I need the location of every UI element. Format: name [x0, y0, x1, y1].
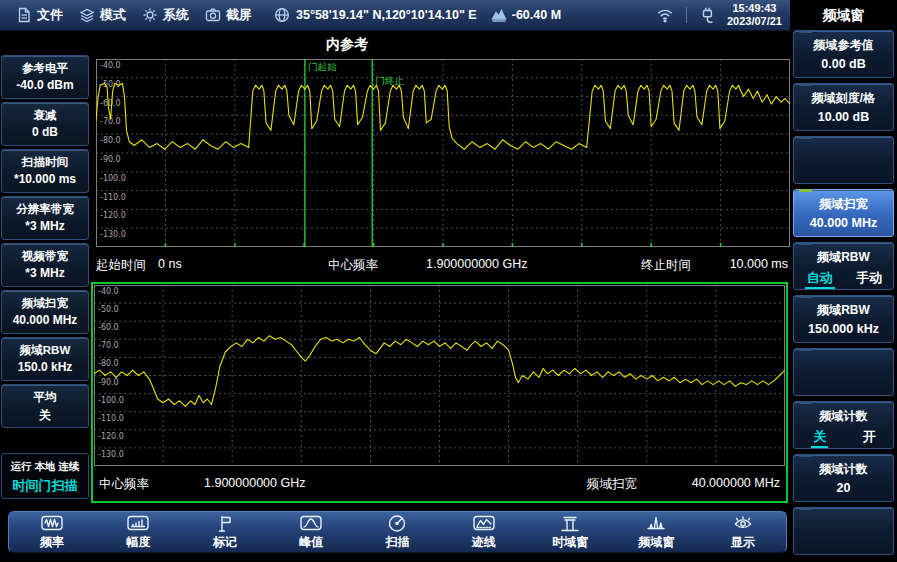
button-notch	[799, 83, 812, 86]
btn-freq-scale-per-div[interactable]: 频域刻度/格 10.00 dB	[793, 83, 894, 131]
gps-coordinates: 35°58'19.14" N,120°10'14.10" E	[296, 8, 477, 22]
wifi-icon	[656, 6, 674, 24]
button-notch	[799, 507, 812, 510]
button-notch	[799, 242, 812, 245]
trace-icon	[473, 514, 495, 533]
param-attenuation[interactable]: 衰减 0 dB	[1, 102, 89, 146]
menu-screenshot-label: 截屏	[226, 6, 252, 24]
toolbar-display[interactable]: 显示	[700, 514, 786, 551]
svg-text:-110.0: -110.0	[100, 193, 126, 202]
btn-empty-slot[interactable]	[793, 348, 894, 396]
frequency-domain-window[interactable]: -40.0-50.0-60.0-70.0-80.0-90.0-100.0-110…	[91, 282, 788, 503]
svg-text:-60.0: -60.0	[100, 99, 121, 108]
svg-text:-40.0: -40.0	[98, 287, 119, 296]
frequency-icon	[41, 514, 63, 533]
param-sweep-time[interactable]: 扫描时间 *10.000 ms	[1, 149, 89, 193]
toggle-on[interactable]: 开	[863, 428, 876, 448]
gps-status: 35°58'19.14" N,120°10'14.10" E	[274, 7, 477, 23]
btn-freq-ref-value[interactable]: 频域参考值 0.00 dB	[793, 30, 894, 78]
toolbar-amplitude[interactable]: 幅度	[95, 514, 181, 551]
param-ref-level[interactable]: 参考电平 -40.0 dBm	[1, 55, 89, 99]
button-notch	[799, 189, 812, 192]
toolbar-frequency[interactable]: 频率	[9, 514, 95, 551]
svg-text:-100.0: -100.0	[98, 396, 124, 405]
svg-text:-60.0: -60.0	[98, 323, 119, 332]
time-domain-chart[interactable]: -40.0-50.0-60.0-70.0-80.0-90.0-100.0-110…	[96, 59, 790, 247]
reference-title: 内参考	[300, 36, 394, 54]
run-status-line: 运行 本地 连续	[2, 460, 88, 474]
param-freq-span[interactable]: 频域扫宽 40.000 MHz	[1, 290, 89, 334]
svg-text:-120.0: -120.0	[98, 432, 124, 441]
button-notch	[799, 401, 812, 404]
menu-mode[interactable]: 模式	[79, 6, 126, 24]
svg-text:-100.0: -100.0	[100, 174, 126, 183]
btn-freq-rbw-auto-manual[interactable]: 频域RBW 自动 手动	[793, 242, 894, 290]
spectrum-analyzer-screen: 文件 模式 系统 截屏 35°58'19.14" N,120°10'	[0, 0, 897, 562]
toggle-auto[interactable]: 自动	[805, 269, 835, 289]
frequency-window-icon	[645, 514, 667, 533]
layers-icon	[79, 7, 95, 23]
svg-text:-90.0: -90.0	[98, 378, 119, 387]
time-gate-icon	[559, 514, 581, 533]
menu-system-label: 系统	[163, 6, 189, 24]
toolbar-peak[interactable]: 峰值	[268, 514, 354, 551]
svg-text:-130.0: -130.0	[98, 450, 124, 459]
time-axis-info-row: 起始时间 0 ns 中心频率 1.900000000 GHz 终止时间 10.0…	[96, 251, 790, 277]
svg-text:-110.0: -110.0	[98, 414, 124, 423]
btn-freq-count-value[interactable]: 频域计数 20	[793, 454, 894, 502]
clock-time: 15:49:43	[727, 2, 782, 15]
svg-text:-90.0: -90.0	[100, 155, 121, 164]
btn-empty-slot[interactable]	[793, 507, 894, 555]
menu-screenshot[interactable]: 截屏	[205, 6, 252, 24]
center-freq-value: 1.900000000 GHz	[204, 476, 305, 493]
toggle-off[interactable]: 关	[811, 428, 828, 448]
toolbar-frequency-window[interactable]: 频域窗	[613, 514, 699, 551]
param-freq-rbw[interactable]: 频域RBW 150.0 kHz	[1, 337, 89, 381]
sweep-gauge-icon	[386, 514, 408, 533]
btn-empty-slot[interactable]	[793, 136, 894, 184]
button-notch	[799, 454, 812, 457]
param-video-bw[interactable]: 视频带宽 *3 MHz	[1, 243, 89, 287]
power-plug-icon	[699, 6, 717, 24]
button-notch	[799, 30, 812, 33]
svg-text:门终止: 门终止	[375, 75, 404, 86]
menu-file[interactable]: 文件	[16, 6, 63, 24]
btn-freq-rbw-value[interactable]: 频域RBW 150.000 kHz	[793, 295, 894, 343]
freq-span-value: 40.000000 MHz	[692, 476, 780, 493]
toggle-manual[interactable]: 手动	[856, 269, 882, 289]
menu-system[interactable]: 系统	[142, 6, 189, 24]
camera-icon	[205, 7, 221, 23]
toolbar-marker[interactable]: 标记	[182, 514, 268, 551]
btn-freq-count-on-off[interactable]: 频域计数 关 开	[793, 401, 894, 449]
param-average[interactable]: 平均 关	[1, 384, 89, 428]
frequency-domain-chart[interactable]: -40.0-50.0-60.0-70.0-80.0-90.0-100.0-110…	[94, 285, 785, 466]
right-panel-header: 频域窗	[790, 0, 897, 30]
svg-text:-120.0: -120.0	[100, 211, 126, 220]
bottom-toolbar: 频率 幅度 标记 峰值 扫描	[8, 511, 787, 553]
svg-text:-80.0: -80.0	[98, 359, 119, 368]
toolbar-time-window[interactable]: 时域窗	[527, 514, 613, 551]
clock-date: 2023/07/21	[727, 15, 782, 28]
toolbar-trace[interactable]: 迹线	[441, 514, 527, 551]
top-bar: 文件 模式 系统 截屏 35°58'19.14" N,120°10'	[0, 0, 790, 31]
param-resolution-bw[interactable]: 分辨率带宽 *3 MHz	[1, 196, 89, 240]
button-notch	[799, 348, 812, 351]
center-freq-label: 中心频率	[328, 257, 378, 274]
freq-span-label: 频域扫宽	[587, 476, 637, 493]
center-freq-value: 1.900000000 GHz	[426, 257, 527, 271]
left-parameter-panel: 参考电平 -40.0 dBm 衰减 0 dB 扫描时间 *10.000 ms 分…	[1, 55, 89, 499]
button-notch	[799, 295, 812, 298]
svg-text:门起始: 门起始	[308, 61, 337, 72]
run-status-box: 运行 本地 连续 时间门扫描	[1, 453, 89, 499]
btn-freq-span[interactable]: 频域扫宽 40.000 MHz	[793, 189, 894, 237]
display-eye-icon	[732, 514, 754, 533]
toolbar-sweep[interactable]: 扫描	[354, 514, 440, 551]
sweep-mode-label: 时间门扫描	[2, 477, 88, 495]
menu-file-label: 文件	[37, 6, 63, 24]
stop-time-label: 终止时间	[641, 257, 691, 274]
svg-text:-70.0: -70.0	[98, 341, 119, 350]
peak-icon	[300, 514, 322, 533]
svg-text:-130.0: -130.0	[100, 230, 126, 239]
gear-icon	[142, 7, 158, 23]
right-panel: 频域参考值 0.00 dB 频域刻度/格 10.00 dB 频域扫宽 40.00…	[793, 30, 894, 560]
